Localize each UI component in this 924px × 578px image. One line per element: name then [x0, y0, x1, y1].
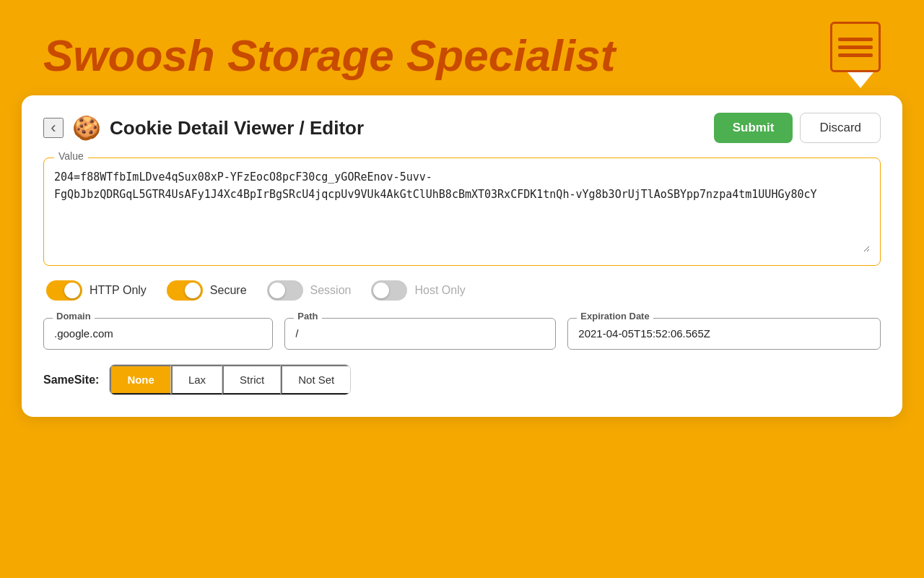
toggle-secure: Secure: [167, 280, 247, 301]
storage-icon: [830, 22, 881, 72]
samesite-label: SameSite:: [43, 374, 99, 387]
samesite-lax-button[interactable]: Lax: [171, 365, 222, 394]
discard-button[interactable]: Discard: [800, 113, 881, 143]
domain-input[interactable]: [54, 327, 262, 340]
toggle-http-only: HTTP Only: [46, 280, 147, 301]
session-label: Session: [310, 284, 352, 297]
expiration-input[interactable]: [578, 327, 870, 340]
toggle-session: Session: [267, 280, 352, 301]
cookie-icon: 🍪: [72, 114, 101, 142]
header-icon-wrap: [830, 22, 881, 88]
submit-button[interactable]: Submit: [714, 113, 793, 143]
http-only-toggle[interactable]: [46, 280, 82, 301]
value-legend: Value: [54, 150, 88, 162]
http-only-track: [46, 280, 82, 301]
app-title: Swoosh Storage Specialist: [43, 30, 615, 81]
app-header: Swoosh Storage Specialist: [0, 0, 924, 95]
secure-track: [167, 280, 203, 301]
secure-toggle[interactable]: [167, 280, 203, 301]
secure-label: Secure: [210, 284, 247, 297]
icon-line-1: [838, 38, 873, 41]
http-only-label: HTTP Only: [90, 284, 147, 297]
icon-line-2: [838, 46, 873, 49]
session-thumb: [269, 282, 285, 298]
host-only-thumb: [373, 282, 389, 298]
samesite-strict-button[interactable]: Strict: [222, 365, 281, 394]
path-legend: Path: [294, 311, 321, 322]
card-title: Cookie Detail Viewer / Editor: [110, 117, 364, 139]
host-only-label: Host Only: [414, 284, 465, 297]
http-only-thumb: [64, 282, 80, 298]
toggle-host-only: Host Only: [371, 280, 465, 301]
card-header-left: ‹ 🍪 Cookie Detail Viewer / Editor: [43, 114, 364, 142]
card-header: ‹ 🍪 Cookie Detail Viewer / Editor Submit…: [43, 113, 881, 143]
secure-thumb: [185, 282, 201, 298]
samesite-row: SameSite: None Lax Strict Not Set: [43, 364, 881, 395]
back-button[interactable]: ‹: [43, 118, 64, 138]
cookie-editor-card: ‹ 🍪 Cookie Detail Viewer / Editor Submit…: [22, 95, 902, 417]
path-input[interactable]: [295, 327, 545, 340]
value-textarea[interactable]: 204=f88WTfbImLDve4qSux08xP-YFzEocO8pcF30…: [54, 165, 870, 252]
samesite-options: None Lax Strict Not Set: [109, 364, 351, 395]
icon-line-3: [838, 53, 873, 57]
path-field-group: Path: [284, 318, 556, 350]
expiration-legend: Expiration Date: [577, 311, 653, 322]
card-actions: Submit Discard: [714, 113, 881, 143]
host-only-track: [371, 280, 407, 301]
session-toggle[interactable]: [267, 280, 303, 301]
samesite-none-button[interactable]: None: [110, 365, 171, 394]
fields-row: Domain Path Expiration Date: [43, 318, 881, 350]
samesite-notset-button[interactable]: Not Set: [281, 365, 350, 394]
dropdown-arrow-icon: [847, 72, 873, 88]
expiration-field-group: Expiration Date: [567, 318, 881, 350]
domain-legend: Domain: [53, 311, 95, 322]
host-only-toggle[interactable]: [371, 280, 407, 301]
domain-field-group: Domain: [43, 318, 273, 350]
session-track: [267, 280, 303, 301]
toggles-row: HTTP Only Secure Session: [43, 280, 881, 301]
value-fieldset: Value 204=f88WTfbImLDve4qSux08xP-YFzEocO…: [43, 158, 881, 266]
